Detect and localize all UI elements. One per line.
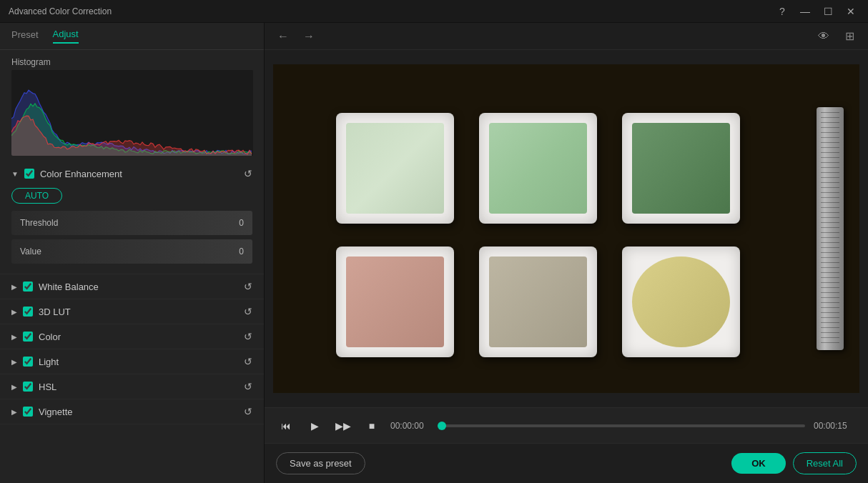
- progress-thumb[interactable]: [438, 422, 446, 430]
- maximize-button[interactable]: ☐: [819, 3, 837, 20]
- titlebar-title: Advanced Color Correction: [9, 6, 112, 16]
- section-title-white-balance: White Balance: [39, 282, 238, 292]
- value-slider-row[interactable]: Value 0: [11, 239, 252, 264]
- checkbox-color[interactable]: [23, 332, 33, 342]
- time-current: 00:00:00: [390, 421, 433, 431]
- action-bar: Save as preset OK Reset All: [265, 443, 868, 483]
- histogram-section: Histogram: [0, 50, 264, 162]
- playback-bar: ⏮ ▶ ▶▶ ■ 00:00:00 00:00:15: [265, 407, 868, 443]
- chevron-light: ▶: [11, 358, 17, 366]
- section-row-3d-lut[interactable]: ▶ 3D LUT ↺: [0, 299, 264, 324]
- tab-preset[interactable]: Preset: [11, 29, 39, 43]
- value-value: 0: [239, 247, 244, 257]
- color-enhancement-reset-icon[interactable]: ↺: [244, 168, 252, 179]
- titlebar-controls: ? — ☐ ✕: [774, 3, 859, 20]
- skip-back-button[interactable]: ⏮: [276, 416, 296, 436]
- checkbox-white-balance[interactable]: [23, 282, 33, 292]
- histogram-canvas: [11, 70, 253, 156]
- section-title-hsl: HSL: [39, 382, 238, 392]
- reset-light[interactable]: ↺: [244, 356, 252, 367]
- layout-button[interactable]: ⊞: [839, 26, 859, 46]
- section-row-color[interactable]: ▶ Color ↺: [0, 324, 264, 349]
- checkbox-vignette[interactable]: [23, 407, 33, 417]
- minimize-button[interactable]: —: [797, 3, 814, 20]
- tab-adjust[interactable]: Adjust: [53, 29, 79, 44]
- controls-scroll[interactable]: ▼ Color Enhancement ↺ AUTO Threshold 0 V…: [0, 162, 264, 483]
- section-row-white-balance[interactable]: ▶ White Balance ↺: [0, 274, 264, 299]
- tab-bar: Preset Adjust: [0, 23, 264, 50]
- dish-3: [622, 113, 740, 224]
- dish-6: [622, 247, 740, 357]
- section-row-vignette[interactable]: ▶ Vignette ↺: [0, 399, 264, 424]
- reset-vignette[interactable]: ↺: [244, 406, 252, 417]
- ok-button[interactable]: OK: [731, 453, 786, 474]
- reset-all-button[interactable]: Reset All: [793, 452, 857, 474]
- section-title-light: Light: [39, 357, 238, 367]
- section-title-vignette: Vignette: [39, 407, 238, 417]
- color-enhancement-title: Color Enhancement: [40, 169, 238, 179]
- preview-area: [265, 50, 868, 407]
- section-title-3d-lut: 3D LUT: [39, 307, 238, 317]
- stop-button[interactable]: ■: [362, 416, 382, 436]
- color-enhancement-chevron[interactable]: ▼: [11, 170, 19, 178]
- threshold-slider-row[interactable]: Threshold 0: [11, 211, 252, 235]
- food-scene: [273, 64, 859, 393]
- reset-hsl[interactable]: ↺: [244, 381, 252, 392]
- chevron-vignette: ▶: [11, 408, 17, 416]
- dish-2: [479, 113, 597, 224]
- help-button[interactable]: ?: [774, 3, 791, 20]
- chevron-3d-lut: ▶: [11, 308, 17, 316]
- play-pause-button[interactable]: ▶: [305, 416, 325, 436]
- auto-button[interactable]: AUTO: [11, 188, 62, 204]
- chevron-color: ▶: [11, 333, 17, 341]
- sections-list: ▶ White Balance ↺ ▶ 3D LUT ↺ ▶ Color ↺ ▶…: [0, 274, 264, 424]
- color-enhancement-checkbox[interactable]: [24, 169, 34, 179]
- time-total: 00:00:15: [814, 421, 857, 431]
- section-row-hsl[interactable]: ▶ HSL ↺: [0, 374, 264, 399]
- preview-toggle-button[interactable]: 👁: [814, 26, 834, 46]
- reset-3d-lut[interactable]: ↺: [244, 306, 252, 317]
- toolbar-right: 👁 ⊞: [814, 26, 859, 46]
- redo-button[interactable]: →: [299, 26, 319, 46]
- preview-image: [273, 64, 859, 393]
- color-enhancement-section: ▼ Color Enhancement ↺ AUTO Threshold 0 V…: [0, 162, 264, 274]
- chevron-hsl: ▶: [11, 383, 17, 391]
- right-panel: ← → 👁 ⊞: [265, 23, 868, 483]
- dish-1: [336, 113, 454, 224]
- main-layout: Preset Adjust Histogram ▼ Color Enhancem…: [0, 23, 868, 483]
- toolbar: ← → 👁 ⊞: [265, 23, 868, 50]
- threshold-value: 0: [239, 218, 244, 228]
- dish-5: [479, 247, 597, 357]
- section-title-color: Color: [39, 332, 238, 342]
- checkbox-light[interactable]: [23, 357, 33, 367]
- threshold-label: Threshold: [20, 218, 239, 228]
- dish-4: [336, 247, 454, 357]
- chevron-white-balance: ▶: [11, 283, 17, 291]
- close-button[interactable]: ✕: [842, 3, 859, 20]
- progress-bar[interactable]: [442, 424, 805, 427]
- titlebar: Advanced Color Correction ? — ☐ ✕: [0, 0, 868, 23]
- grater: [817, 107, 844, 350]
- undo-button[interactable]: ←: [273, 26, 293, 46]
- play-forward-button[interactable]: ▶▶: [333, 416, 353, 436]
- reset-white-balance[interactable]: ↺: [244, 281, 252, 292]
- histogram-label: Histogram: [11, 57, 252, 67]
- checkbox-hsl[interactable]: [23, 382, 33, 392]
- color-enhancement-header: ▼ Color Enhancement ↺: [11, 168, 252, 179]
- section-row-light[interactable]: ▶ Light ↺: [0, 349, 264, 374]
- save-preset-button[interactable]: Save as preset: [276, 452, 365, 474]
- value-label: Value: [20, 247, 239, 257]
- checkbox-3d-lut[interactable]: [23, 307, 33, 317]
- left-panel: Preset Adjust Histogram ▼ Color Enhancem…: [0, 23, 265, 483]
- reset-color[interactable]: ↺: [244, 331, 252, 342]
